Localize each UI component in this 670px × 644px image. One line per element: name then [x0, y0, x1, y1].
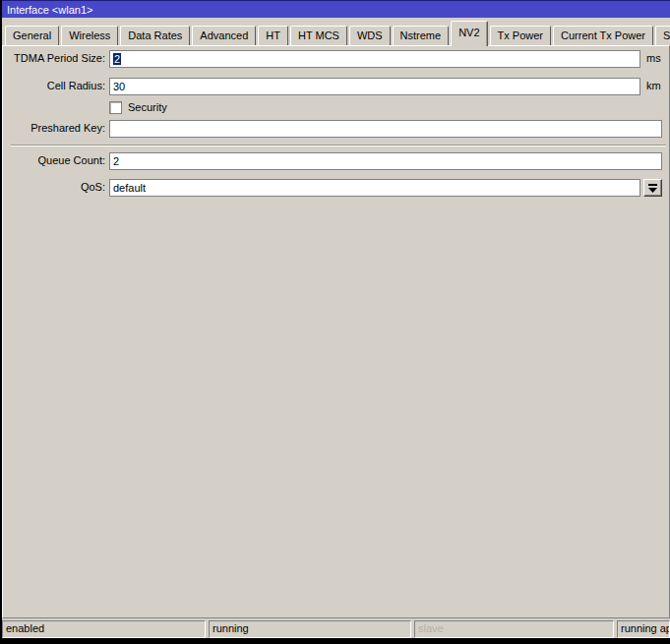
qos-label: QoS: [3, 181, 105, 195]
tab-status[interactable]: Status [655, 26, 670, 45]
status-enabled: enabled [2, 620, 206, 638]
preshared-key-label: Preshared Key: [3, 122, 105, 136]
interface-dialog-window: Interface <wlan1> General Wireless Data … [2, 0, 670, 638]
tdma-period-size-label: TDMA Period Size: [3, 52, 105, 66]
tab-nv2[interactable]: NV2 [451, 21, 487, 46]
tab-ht[interactable]: HT [258, 26, 288, 45]
qos-dropdown-button[interactable] [643, 179, 662, 197]
dropdown-arrow-icon [648, 184, 657, 193]
status-running-ap: running ap [617, 620, 670, 638]
status-slave: slave [414, 620, 614, 638]
status-running: running [209, 620, 411, 638]
tab-strip: General Wireless Data Rates Advanced HT … [2, 18, 670, 45]
queue-count-label: Queue Count: [3, 154, 105, 168]
tdma-period-size-field[interactable]: 2 [109, 50, 640, 68]
tab-ht-mcs[interactable]: HT MCS [290, 26, 347, 45]
tdma-period-size-unit: ms [646, 52, 661, 66]
tab-wds[interactable]: WDS [349, 26, 391, 45]
security-checkbox-label: Security [128, 101, 167, 115]
window-title: Interface <wlan1> [7, 4, 92, 16]
qos-field[interactable] [109, 179, 640, 197]
tab-wireless[interactable]: Wireless [61, 26, 118, 45]
tab-nstreme[interactable]: Nstreme [393, 26, 450, 45]
security-checkbox[interactable] [109, 101, 122, 114]
cell-radius-unit: km [646, 80, 661, 93]
nv2-tab-page: TDMA Period Size: 2 ms Cell Radius: km S… [2, 45, 670, 618]
tdma-period-size-value: 2 [113, 53, 121, 65]
preshared-key-field[interactable] [109, 120, 662, 138]
status-bar: enabled running slave running ap [2, 620, 670, 638]
tab-data-rates[interactable]: Data Rates [120, 26, 190, 45]
section-separator [11, 145, 666, 146]
tab-current-tx-power[interactable]: Current Tx Power [553, 26, 653, 45]
tab-tx-power[interactable]: Tx Power [490, 26, 551, 45]
screenshot-root: { "window": { "title": "Interface <wlan1… [0, 0, 670, 644]
title-bar: Interface <wlan1> [2, 0, 670, 18]
tab-advanced[interactable]: Advanced [192, 26, 256, 45]
cell-radius-field[interactable] [109, 78, 640, 95]
queue-count-field[interactable] [109, 152, 662, 170]
cell-radius-label: Cell Radius: [3, 80, 105, 93]
tab-general[interactable]: General [5, 26, 59, 45]
